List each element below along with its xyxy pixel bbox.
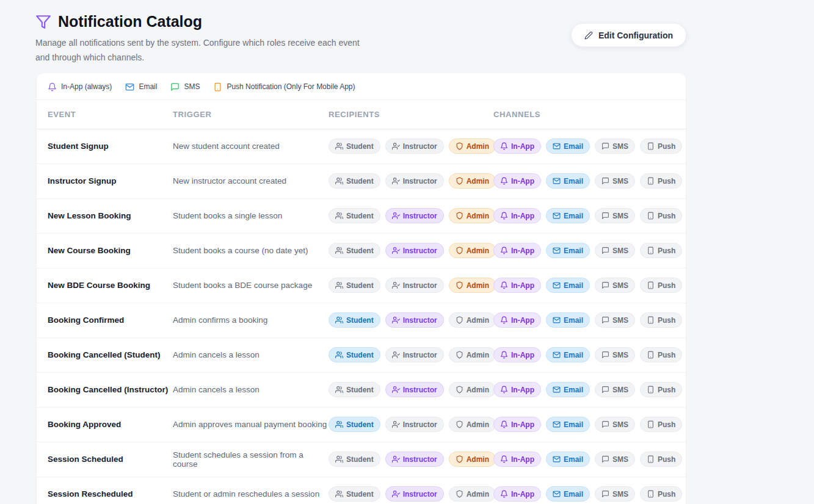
- shield-icon: [456, 212, 463, 220]
- bell-icon: [500, 177, 508, 185]
- recipient-pills: StudentInstructorAdmin: [329, 243, 493, 258]
- pill-label: Instructor: [403, 142, 437, 151]
- users-icon: [335, 177, 343, 185]
- event-name: Student Signup: [48, 142, 173, 151]
- pill-label: Student: [346, 420, 374, 429]
- bell-icon: [48, 82, 57, 92]
- sms-pill: SMS: [595, 417, 635, 432]
- pill-label: Push: [658, 142, 675, 151]
- legend-item: Email: [125, 82, 157, 92]
- pill-label: SMS: [612, 455, 628, 464]
- student-pill: Student: [329, 243, 380, 258]
- student-pill: Student: [329, 382, 380, 397]
- users-icon: [335, 316, 343, 324]
- student-pill: Student: [329, 452, 380, 467]
- legend-item: In-App (always): [48, 82, 112, 92]
- in_app-pill: In-App: [493, 278, 541, 293]
- push-icon: [647, 386, 655, 394]
- instructor-pill: Instructor: [385, 312, 444, 328]
- push-icon: [647, 177, 655, 185]
- pill-label: SMS: [612, 316, 628, 325]
- instructor-pill: Instructor: [385, 417, 444, 432]
- admin-pill: Admin: [449, 452, 496, 467]
- admin-pill: Admin: [449, 417, 496, 432]
- bell-icon: [500, 142, 508, 150]
- push-pill: Push: [640, 417, 682, 432]
- in_app-pill: In-App: [493, 347, 541, 362]
- pill-label: Push: [658, 247, 675, 255]
- column-header-recipients: RECIPIENTS: [329, 110, 493, 119]
- student-pill: Student: [329, 208, 380, 223]
- pill-label: Push: [658, 386, 675, 394]
- instructor-pill: Instructor: [385, 243, 444, 258]
- trigger-text: Admin confirms a booking: [173, 315, 329, 325]
- pill-label: SMS: [612, 420, 628, 429]
- push-icon: [647, 247, 655, 254]
- shield-icon: [456, 281, 463, 289]
- pill-label: Admin: [467, 386, 489, 394]
- funnel-icon: [35, 14, 51, 30]
- legend-item: Push Notification (Only For Mobile App): [213, 82, 355, 92]
- user-check-icon: [392, 351, 400, 359]
- table-header-row: EVENT TRIGGER RECIPIENTS CHANNELS: [37, 100, 686, 129]
- recipient-pills: StudentInstructorAdmin: [329, 278, 493, 293]
- sms-pill: SMS: [595, 139, 635, 154]
- sms-icon: [601, 490, 609, 498]
- recipient-pills: StudentInstructorAdmin: [329, 452, 493, 467]
- sms-icon: [601, 420, 609, 428]
- pill-label: SMS: [612, 281, 628, 290]
- admin-pill: Admin: [449, 382, 496, 397]
- pill-label: Student: [346, 247, 374, 255]
- pill-label: SMS: [612, 386, 628, 394]
- student-pill: Student: [329, 139, 380, 154]
- pill-label: Email: [564, 490, 583, 499]
- push-icon: [647, 281, 655, 289]
- users-icon: [335, 247, 343, 254]
- pill-label: Instructor: [403, 351, 437, 359]
- legend-label: SMS: [184, 82, 200, 91]
- email-pill: Email: [546, 452, 590, 467]
- bell-icon: [500, 316, 508, 324]
- sms-icon: [601, 212, 609, 220]
- table-row: Booking ApprovedAdmin approves manual pa…: [37, 408, 686, 442]
- pill-label: Admin: [467, 281, 489, 290]
- event-name: Booking Approved: [48, 420, 173, 429]
- legend-label: In-App (always): [61, 82, 112, 91]
- pill-label: SMS: [612, 247, 628, 255]
- push-icon: [647, 455, 655, 463]
- column-header-trigger: TRIGGER: [173, 110, 329, 119]
- page-title: Notification Catalog: [58, 13, 202, 31]
- sms-pill: SMS: [595, 382, 635, 397]
- event-name: Session Scheduled: [48, 455, 173, 464]
- sms-pill: SMS: [595, 312, 635, 328]
- notification-catalog-page: Notification Catalog Manage all notifica…: [0, 0, 814, 504]
- users-icon: [335, 386, 343, 394]
- edit-configuration-button[interactable]: Edit Configuration: [571, 23, 686, 47]
- bell-icon: [500, 455, 508, 463]
- event-name: Booking Cancelled (Student): [48, 350, 173, 359]
- channel-pills: In-AppEmailSMSPush: [493, 417, 682, 432]
- pill-label: Student: [346, 455, 374, 464]
- email-pill: Email: [546, 208, 590, 223]
- admin-pill: Admin: [449, 312, 496, 328]
- sms-icon: [601, 386, 609, 394]
- push-pill: Push: [640, 382, 682, 397]
- email-icon: [553, 351, 561, 359]
- email-icon: [553, 420, 561, 428]
- sms-pill: SMS: [595, 347, 635, 362]
- pill-label: SMS: [612, 177, 628, 185]
- student-pill: Student: [329, 173, 380, 189]
- pill-label: Push: [658, 490, 675, 499]
- user-check-icon: [392, 386, 400, 394]
- pill-label: Student: [346, 142, 374, 151]
- table-row: Booking ConfirmedAdmin confirms a bookin…: [37, 303, 686, 338]
- channel-pills: In-AppEmailSMSPush: [493, 243, 682, 258]
- instructor-pill: Instructor: [385, 347, 444, 362]
- recipient-pills: StudentInstructorAdmin: [329, 139, 493, 154]
- email-pill: Email: [546, 312, 590, 328]
- bell-icon: [500, 281, 508, 289]
- sms-pill: SMS: [595, 452, 635, 467]
- trigger-text: Student schedules a session from a cours…: [173, 450, 329, 469]
- sms-pill: SMS: [595, 173, 635, 189]
- pill-label: Push: [658, 420, 675, 429]
